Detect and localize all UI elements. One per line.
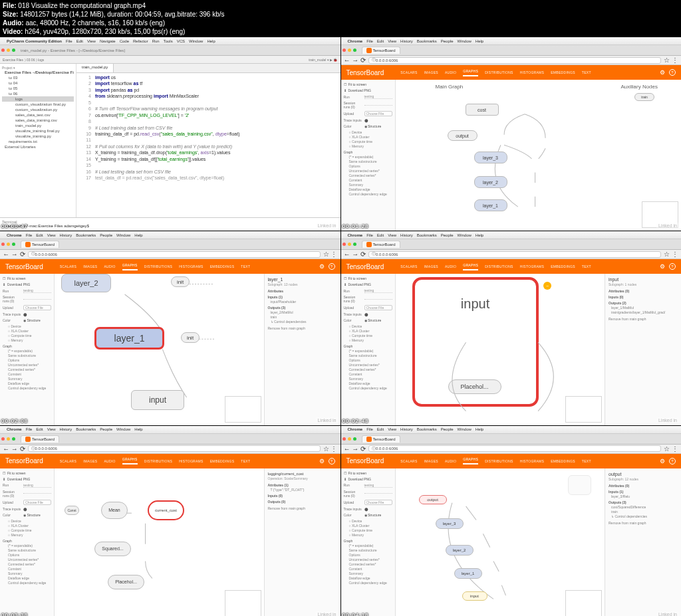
ide-toolbar: Exercise Files ⟩ 03 06 ⟩ logstrain_model… [0, 56, 340, 64]
graph-canvas[interactable]: Main Graph Auxiliary Nodes cost output l… [396, 80, 682, 231]
node-input-expanded[interactable]: input Placehol... [412, 277, 539, 407]
gear-icon[interactable]: ⚙ [660, 69, 665, 76]
node-mean[interactable]: Mean [101, 502, 128, 519]
node-input[interactable]: input [131, 390, 184, 410]
nav-graphs[interactable]: GRAPHS [463, 69, 478, 76]
node-layer2[interactable]: layer_2 [474, 176, 507, 188]
node-const[interactable]: Const [65, 506, 79, 515]
node-placeholder[interactable]: Placehol... [448, 379, 501, 394]
node-output[interactable]: output [448, 130, 477, 141]
browser-tab[interactable]: TensorBoard [362, 47, 400, 54]
thumbnail-2-tensorboard: Chrome FileEditView HistoryBookmarksPeop… [341, 37, 682, 231]
tensorboard-header: TensorBoard SCALARS IMAGES AUDIO GRAPHS … [341, 65, 682, 80]
window-titlebar: train_model.py - Exercise Files - [~/Des… [0, 45, 340, 56]
aux-node-train[interactable]: train [634, 93, 654, 101]
collapse-icon[interactable]: − [543, 282, 551, 290]
node-info-panel: layer_1Subgraph: 13 nodes Attributes Inp… [264, 274, 340, 425]
node-layer3[interactable]: layer_3 [474, 152, 507, 163]
node-layer2[interactable]: layer_2 [61, 274, 111, 292]
url-bar[interactable]: ⓘ 0.0.0.0:6006 [368, 57, 661, 64]
tb-sidebar: ☐ Fit to screen⬇ Download PNGRuntestingS… [341, 80, 396, 231]
watermark: Linked in [315, 223, 338, 229]
file-metadata-header: File: 018 Visualize the computational gr… [0, 0, 681, 37]
node-cost[interactable]: cost [466, 104, 499, 116]
mac-menubar: PyCharm Community Edition FileEdit ViewN… [0, 37, 340, 45]
remove-link[interactable]: Remove from main graph [268, 326, 337, 330]
timestamp: 00:00:47 [1, 223, 28, 229]
thumbnail-6-tensorboard: Chrome FileEditView HistoryBookmarksPeop… [341, 426, 682, 616]
thumbnail-1-pycharm: PyCharm Community Edition FileEdit ViewN… [0, 37, 340, 231]
node-layer1[interactable]: layer_1 [474, 199, 507, 211]
terminal-panel[interactable]: Terminal + car-booth-17-mac:Exercise Fil… [0, 217, 340, 231]
thumbnail-4-tensorboard: Chrome FileEditView HistoryBookmarksPeop… [341, 231, 682, 425]
code-editor[interactable]: train_model.py 1import os2import tensorf… [76, 64, 340, 217]
node-init[interactable]: init [171, 276, 190, 287]
tree-item-logs[interactable]: logs [2, 96, 74, 102]
node-current-cost[interactable]: current_cost [148, 500, 184, 520]
node-placeholder[interactable]: Placehol... [108, 575, 144, 589]
node-squared[interactable]: Squared... [94, 542, 131, 556]
project-tree[interactable]: Project ▾ Exercise Files ~/Desktop/Exerc… [0, 64, 76, 217]
help-icon[interactable]: ? [669, 69, 676, 76]
thumbnail-3-tensorboard: Chrome FileEditView HistoryBookmarksPeop… [0, 231, 340, 425]
node-output-selected[interactable]: output [419, 495, 447, 504]
node-layer1-selected[interactable]: layer_1 [94, 327, 164, 350]
thumbnail-5-tensorboard: Chrome FileEditView HistoryBookmarksPeop… [0, 426, 340, 616]
